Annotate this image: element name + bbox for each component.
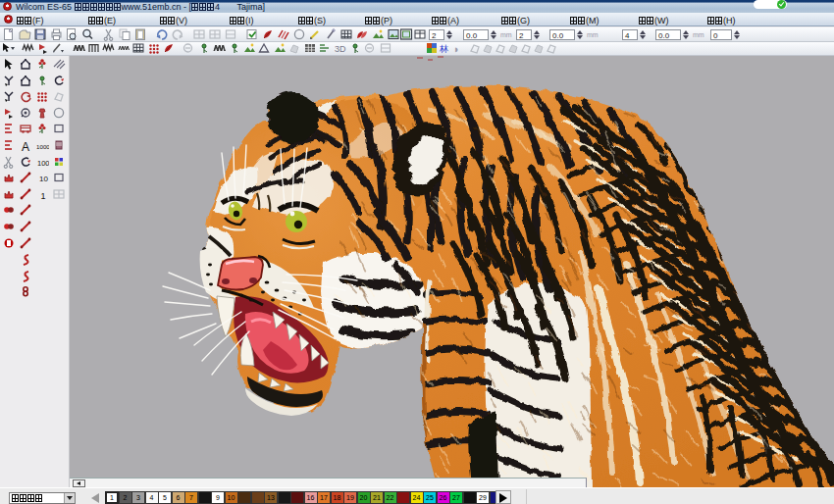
svg-text:10: 10	[39, 175, 48, 183]
svg-text:3D: 3D	[335, 44, 346, 54]
svg-text:1: 1	[41, 190, 46, 200]
svg-text:100: 100	[37, 159, 49, 168]
svg-text:1000: 1000	[36, 143, 49, 150]
svg-text:林: 林	[439, 44, 448, 54]
svg-text:◗: ◗	[453, 43, 460, 55]
svg-text:A: A	[22, 140, 29, 153]
